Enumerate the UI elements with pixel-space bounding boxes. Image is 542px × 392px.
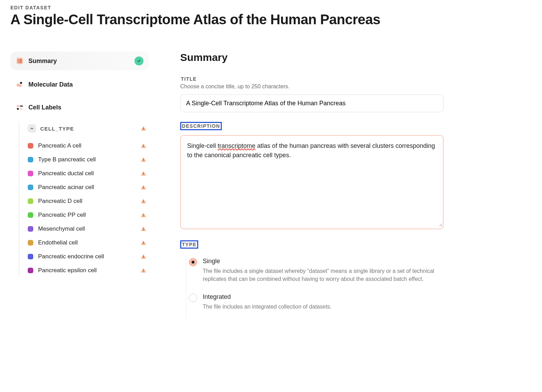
svg-rect-14	[143, 128, 144, 129]
sidebar-item-cell-labels[interactable]: Cell Labels	[10, 99, 149, 116]
warning-icon	[140, 198, 147, 204]
svg-rect-2	[19, 59, 21, 60]
svg-rect-13	[20, 108, 22, 109]
color-swatch	[28, 212, 33, 218]
svg-rect-16	[143, 145, 144, 146]
type-option-integrated[interactable]: IntegratedThe file includes an integrate…	[186, 291, 444, 318]
svg-rect-21	[143, 175, 144, 175]
radio-button[interactable]	[189, 294, 197, 302]
svg-rect-15	[143, 130, 144, 130]
svg-rect-22	[143, 187, 144, 188]
type-option-title: Integrated	[203, 293, 444, 301]
cell-label-item[interactable]: Mesenchymal cell	[26, 222, 149, 236]
type-option-desc: The file includes an integrated collecti…	[203, 303, 444, 311]
color-swatch	[28, 198, 33, 204]
cell-label-item[interactable]: Endothelial cell	[26, 236, 149, 250]
warning-icon	[140, 212, 147, 218]
cell-type-group: cell_type Pancreatic A cellType B pancre…	[19, 122, 149, 277]
cell-label-item[interactable]: Pancreatic A cell	[26, 139, 149, 153]
cell-label-text: Pancreatic epsilon cell	[38, 267, 135, 274]
color-swatch	[28, 240, 33, 246]
svg-rect-24	[143, 201, 144, 202]
svg-rect-23	[143, 188, 144, 189]
main-heading: Summary	[180, 52, 444, 63]
check-icon	[134, 56, 143, 65]
svg-rect-32	[143, 256, 144, 257]
cell-label-text: Endothelial cell	[38, 239, 135, 246]
warning-icon	[140, 240, 147, 246]
svg-rect-31	[143, 244, 144, 244]
cell-label-text: Pancreatic PP cell	[38, 212, 135, 219]
description-wrapper: Single-cell transcriptome atlas of the h…	[180, 135, 444, 229]
cell-label-text: Pancreatic endocrine cell	[38, 253, 135, 260]
svg-rect-3	[18, 61, 19, 61]
svg-rect-29	[143, 230, 144, 231]
svg-rect-30	[143, 242, 144, 243]
list-icon	[16, 57, 24, 65]
cell-label-text: Mesenchymal cell	[38, 225, 135, 232]
description-textarea[interactable]	[182, 136, 442, 226]
svg-rect-28	[143, 228, 144, 230]
sidebar: Summary Molecular Data Cell Labels cell_…	[10, 52, 149, 319]
svg-rect-5	[18, 62, 19, 63]
cell-label-text: Pancreatic A cell	[38, 142, 135, 149]
svg-rect-4	[19, 61, 21, 61]
cell-label-item[interactable]: Pancreatic PP cell	[26, 208, 149, 222]
type-label: Type	[180, 240, 198, 249]
labels-icon	[16, 104, 24, 111]
color-swatch	[28, 143, 33, 149]
svg-rect-1	[18, 59, 19, 60]
svg-point-12	[17, 108, 19, 110]
svg-point-10	[17, 105, 19, 107]
svg-rect-26	[143, 214, 144, 216]
sidebar-item-label: Summary	[28, 57, 130, 65]
type-option-desc: The file includes a single dataset where…	[203, 267, 444, 283]
svg-point-8	[19, 84, 21, 87]
sidebar-item-summary[interactable]: Summary	[10, 52, 149, 70]
edit-dataset-eyebrow: Edit Dataset	[10, 5, 532, 10]
warning-icon	[140, 226, 147, 232]
warning-icon	[140, 125, 147, 132]
title-input[interactable]	[180, 95, 444, 112]
color-swatch	[28, 254, 33, 259]
type-option-single[interactable]: SingleThe file includes a single dataset…	[186, 255, 444, 291]
sidebar-item-label: Molecular Data	[28, 81, 143, 88]
radio-button[interactable]	[189, 258, 197, 266]
page-title: A Single-Cell Transcriptome Atlas of the…	[10, 12, 532, 27]
cell-label-item[interactable]: Pancreatic endocrine cell	[26, 250, 149, 264]
color-swatch	[28, 185, 33, 190]
cell-label-item[interactable]: Pancreatic ductal cell	[26, 167, 149, 180]
color-swatch	[28, 268, 33, 273]
warning-icon	[140, 157, 147, 163]
svg-rect-34	[143, 270, 144, 271]
cell-label-text: Type B pancreatic cell	[38, 156, 135, 163]
main-panel: Summary Title Choose a concise title, up…	[180, 52, 444, 319]
cell-label-item[interactable]: Pancreatic D cell	[26, 194, 149, 208]
cell-label-item[interactable]: Type B pancreatic cell	[26, 153, 149, 167]
sidebar-item-molecular-data[interactable]: Molecular Data	[10, 76, 149, 93]
svg-rect-18	[143, 159, 144, 160]
warning-icon	[140, 184, 147, 190]
svg-rect-11	[20, 106, 23, 107]
svg-point-9	[20, 82, 22, 84]
cell-type-header-label: cell_type	[40, 126, 74, 132]
chevron-up-icon[interactable]	[28, 124, 36, 133]
warning-icon	[140, 253, 147, 260]
cell-type-header[interactable]: cell_type	[26, 122, 149, 135]
cell-label-item[interactable]: Pancreatic epsilon cell	[26, 264, 149, 277]
cell-label-text: Pancreatic D cell	[38, 198, 135, 205]
color-swatch	[28, 226, 33, 232]
svg-rect-19	[143, 161, 144, 161]
description-label: Description	[180, 122, 222, 130]
svg-rect-17	[143, 147, 144, 148]
title-label: Title	[180, 76, 197, 82]
color-swatch	[28, 157, 33, 162]
cell-label-text: Pancreatic ductal cell	[38, 170, 135, 177]
molecule-icon	[16, 81, 24, 88]
cell-label-text: Pancreatic acinar cell	[38, 184, 135, 191]
cell-label-item[interactable]: Pancreatic acinar cell	[26, 180, 149, 194]
svg-rect-33	[143, 258, 144, 258]
color-swatch	[28, 171, 33, 176]
warning-icon	[140, 170, 147, 177]
svg-rect-35	[143, 271, 144, 272]
